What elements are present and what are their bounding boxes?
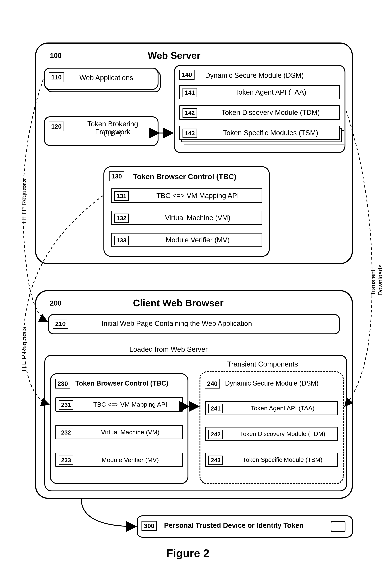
server-dsm-item-0: 141 Token Agent API (TAA) bbox=[179, 85, 340, 99]
server-dsm-item-0-label: Token Agent API (TAA) bbox=[180, 86, 339, 99]
client-dsm-item-2: 243 Token Specific Module (TSM) bbox=[205, 453, 338, 467]
client-tbc-item-2-label: Module Verifier (MV) bbox=[56, 453, 182, 466]
tbf-abbr: (TBF) bbox=[70, 129, 155, 137]
diagram-canvas: 100 Web Server 110 Web Applications 120 … bbox=[0, 0, 392, 569]
client-tbc-item-1-label: Virtual Machine (VM) bbox=[56, 426, 182, 439]
figure-caption: Figure 2 bbox=[166, 547, 209, 560]
device-slot-icon bbox=[331, 521, 345, 532]
server-tbc-item-2: 133 Module Verifier (MV) bbox=[111, 233, 262, 247]
client-dsm-item-1: 242 Token Discovery Module (TDM) bbox=[205, 427, 338, 441]
client-tbc-item-2: 233 Module Verifier (MV) bbox=[56, 453, 183, 467]
client-tbc-ref: 230 bbox=[55, 379, 70, 389]
server-dsm-item-2: 143 Token Specific Modules (TSM) bbox=[179, 126, 340, 140]
web-apps-label: Web Applications bbox=[79, 74, 133, 82]
device-ref: 300 bbox=[141, 521, 157, 531]
server-tbc-item-1: 132 Virtual Machine (VM) bbox=[111, 211, 262, 225]
server-tbc-item-2-label: Module Verifier (MV) bbox=[112, 234, 262, 247]
loaded-label: Loaded from Web Server bbox=[129, 346, 208, 353]
client-ref: 200 bbox=[50, 299, 61, 307]
client-title: Client Web Browser bbox=[133, 297, 224, 308]
server-tbc-item-0-label: TBC <=> VM Mapping API bbox=[112, 189, 262, 202]
web-apps-ref: 110 bbox=[49, 72, 64, 82]
web-server-ref: 100 bbox=[50, 52, 61, 60]
server-tbc-item-0: 131 TBC <=> VM Mapping API bbox=[111, 188, 262, 203]
server-dsm-item-1: 142 Token Discovery Module (TDM) bbox=[179, 105, 340, 120]
server-tbc-title: Token Browser Control (TBC) bbox=[133, 173, 236, 181]
server-tbc-ref: 130 bbox=[109, 171, 124, 181]
client-tbc-item-0: 231 TBC <=> VM Mapping API bbox=[56, 397, 183, 412]
client-dsm-ref: 240 bbox=[205, 379, 220, 389]
client-page-label: Initial Web Page Containing the Web Appl… bbox=[102, 319, 252, 328]
server-dsm-item-2-label: Token Specific Modules (TSM) bbox=[180, 126, 339, 139]
http-requests-label-2: HTTP Requests bbox=[20, 327, 28, 371]
web-server-title: Web Server bbox=[148, 50, 200, 61]
client-dsm-item-2-label: Token Specific Module (TSM) bbox=[206, 453, 337, 466]
server-tbc-item-1-label: Virtual Machine (VM) bbox=[112, 211, 262, 224]
server-dsm-item-1-label: Token Discovery Module (TDM) bbox=[180, 106, 339, 119]
transient-downloads-label: Transient Downloads bbox=[369, 264, 384, 296]
server-dsm-ref: 140 bbox=[179, 70, 195, 80]
client-dsm-title: Dynamic Secure Module (DSM) bbox=[225, 379, 319, 387]
transient-label: Transient Components bbox=[227, 360, 298, 368]
tbf-ref: 120 bbox=[49, 122, 64, 131]
client-tbc-item-0-label: TBC <=> VM Mapping API bbox=[56, 398, 182, 411]
client-tbc-title: Token Browser Control (TBC) bbox=[75, 379, 168, 387]
http-requests-label-1: HTTP Requests bbox=[20, 179, 28, 223]
client-page-ref: 210 bbox=[53, 319, 68, 329]
client-dsm-item-1-label: Token Discovery Module (TDM) bbox=[206, 428, 337, 440]
client-tbc-item-1: 232 Virtual Machine (VM) bbox=[56, 425, 183, 439]
device-label: Personal Trusted Device or Identity Toke… bbox=[164, 522, 304, 529]
client-dsm-item-0: 241 Token Agent API (TAA) bbox=[205, 401, 338, 415]
server-dsm-title: Dynamic Secure Module (DSM) bbox=[205, 71, 304, 79]
client-dsm-item-0-label: Token Agent API (TAA) bbox=[206, 402, 337, 415]
